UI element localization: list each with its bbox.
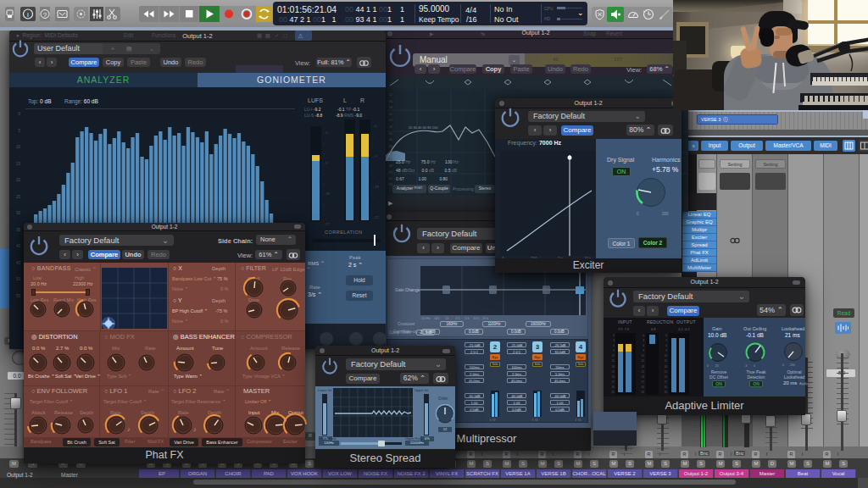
svg-text:?: ?: [43, 11, 47, 19]
svg-text:i: i: [27, 11, 29, 19]
svg-text:20 30 40 60 80 100: 20 30 40 60 80 100: [409, 125, 438, 130]
